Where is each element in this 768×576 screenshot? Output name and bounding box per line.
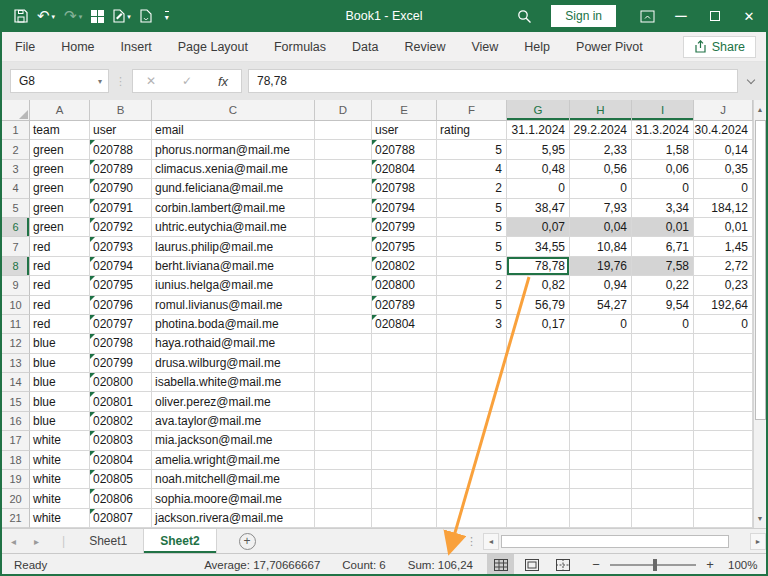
cell-I4[interactable]: 0	[632, 179, 694, 198]
cell-C11[interactable]: photina.boda@mail.me	[152, 315, 315, 334]
normal-view-icon[interactable]	[487, 554, 514, 576]
cell-C18[interactable]: amelia.wright@mail.me	[152, 451, 315, 470]
cell-J19[interactable]	[694, 470, 753, 489]
cell-H2[interactable]: 2,33	[570, 140, 632, 159]
cell-C19[interactable]: noah.mitchell@mail.me	[152, 470, 315, 489]
cell-D10[interactable]	[315, 296, 372, 315]
cell-B1[interactable]: user	[90, 121, 152, 140]
cell-A16[interactable]: blue	[30, 412, 90, 431]
cell-A1[interactable]: team	[30, 121, 90, 140]
cell-I15[interactable]	[632, 392, 694, 411]
cell-E20[interactable]	[372, 489, 437, 508]
cell-G17[interactable]	[507, 431, 570, 450]
cell-E2[interactable]: 020788	[372, 140, 437, 159]
cell-J4[interactable]: 0	[694, 179, 753, 198]
ribbon-display-options-icon[interactable]	[630, 0, 664, 32]
cell-G16[interactable]	[507, 412, 570, 431]
cell-D21[interactable]	[315, 509, 372, 528]
cell-B2[interactable]: 020788	[90, 140, 152, 159]
row-header-21[interactable]: 21	[2, 509, 30, 528]
cell-A18[interactable]: white	[30, 451, 90, 470]
cell-B15[interactable]: 020801	[90, 392, 152, 411]
cell-C21[interactable]: jackson.rivera@mail.me	[152, 509, 315, 528]
cell-C15[interactable]: oliver.perez@mail.me	[152, 392, 315, 411]
page-layout-view-icon[interactable]	[518, 554, 545, 576]
cell-E5[interactable]: 020794	[372, 199, 437, 218]
tab-page-layout[interactable]: Page Layout	[165, 32, 261, 61]
row-header-2[interactable]: 2	[2, 140, 30, 159]
row-header-16[interactable]: 16	[2, 412, 30, 431]
cell-D11[interactable]	[315, 315, 372, 334]
tab-formulas[interactable]: Formulas	[261, 32, 339, 61]
cell-C17[interactable]: mia.jackson@mail.me	[152, 431, 315, 450]
cell-C3[interactable]: climacus.xenia@mail.me	[152, 160, 315, 179]
cell-J10[interactable]: 192,64	[694, 296, 753, 315]
cell-G4[interactable]: 0	[507, 179, 570, 198]
zoom-out-button[interactable]: −	[586, 557, 606, 572]
cell-I21[interactable]	[632, 509, 694, 528]
row-header-4[interactable]: 4	[2, 179, 30, 198]
cell-G15[interactable]	[507, 392, 570, 411]
cell-H20[interactable]	[570, 489, 632, 508]
cell-H18[interactable]	[570, 451, 632, 470]
tab-home[interactable]: Home	[48, 32, 107, 61]
view-grid-icon[interactable]	[91, 10, 104, 23]
cell-B8[interactable]: 020794	[90, 257, 152, 276]
cell-H6[interactable]: 0,04	[570, 218, 632, 237]
cell-B19[interactable]: 020805	[90, 470, 152, 489]
cell-G8[interactable]: 78,78	[507, 257, 570, 276]
tab-power-pivot[interactable]: Power Pivot	[563, 32, 656, 61]
cell-F3[interactable]: 4	[437, 160, 507, 179]
cell-C6[interactable]: uhtric.eutychia@mail.me	[152, 218, 315, 237]
zoom-in-button[interactable]: +	[700, 557, 720, 572]
cell-J16[interactable]	[694, 412, 753, 431]
scroll-down-icon[interactable]: ▼	[754, 509, 766, 528]
row-header-1[interactable]: 1	[2, 121, 30, 140]
cell-D7[interactable]	[315, 237, 372, 256]
new-sheet-button[interactable]: +	[239, 533, 256, 550]
row-header-18[interactable]: 18	[2, 451, 30, 470]
cell-G13[interactable]	[507, 354, 570, 373]
zoom-slider-thumb[interactable]	[653, 559, 657, 571]
cell-E9[interactable]: 020800	[372, 276, 437, 295]
cell-H11[interactable]: 0	[570, 315, 632, 334]
cell-D4[interactable]	[315, 179, 372, 198]
cell-I10[interactable]: 9,54	[632, 296, 694, 315]
cell-E6[interactable]: 020799	[372, 218, 437, 237]
cell-C9[interactable]: iunius.helga@mail.me	[152, 276, 315, 295]
tab-data[interactable]: Data	[339, 32, 391, 61]
tab-file[interactable]: File	[2, 32, 48, 61]
zoom-slider[interactable]	[610, 564, 696, 566]
cell-H3[interactable]: 0,56	[570, 160, 632, 179]
cell-F16[interactable]	[437, 412, 507, 431]
cell-F5[interactable]: 5	[437, 199, 507, 218]
cell-G9[interactable]: 0,82	[507, 276, 570, 295]
cell-A2[interactable]: green	[30, 140, 90, 159]
cell-A11[interactable]: red	[30, 315, 90, 334]
cell-A19[interactable]: white	[30, 470, 90, 489]
cell-E4[interactable]: 020798	[372, 179, 437, 198]
formula-bar-handle[interactable]: ⋮	[115, 75, 126, 88]
name-box[interactable]: G8 ▾	[10, 69, 109, 93]
cell-B5[interactable]: 020791	[90, 199, 152, 218]
cell-I11[interactable]: 0	[632, 315, 694, 334]
cell-A15[interactable]: blue	[30, 392, 90, 411]
row-header-3[interactable]: 3	[2, 160, 30, 179]
cell-A10[interactable]: red	[30, 296, 90, 315]
cell-G21[interactable]	[507, 509, 570, 528]
row-header-13[interactable]: 13	[2, 354, 30, 373]
cell-B11[interactable]: 020797	[90, 315, 152, 334]
cell-I6[interactable]: 0,01	[632, 218, 694, 237]
cell-D3[interactable]	[315, 160, 372, 179]
cell-D2[interactable]	[315, 140, 372, 159]
cell-C13[interactable]: drusa.wilburg@mail.me	[152, 354, 315, 373]
column-header-E[interactable]: E	[372, 100, 437, 121]
column-header-B[interactable]: B	[90, 100, 152, 121]
cell-E17[interactable]	[372, 431, 437, 450]
cell-E14[interactable]	[372, 373, 437, 392]
row-header-15[interactable]: 15	[2, 392, 30, 411]
cell-H13[interactable]	[570, 354, 632, 373]
cell-D5[interactable]	[315, 199, 372, 218]
cell-A7[interactable]: red	[30, 237, 90, 256]
cell-I14[interactable]	[632, 373, 694, 392]
